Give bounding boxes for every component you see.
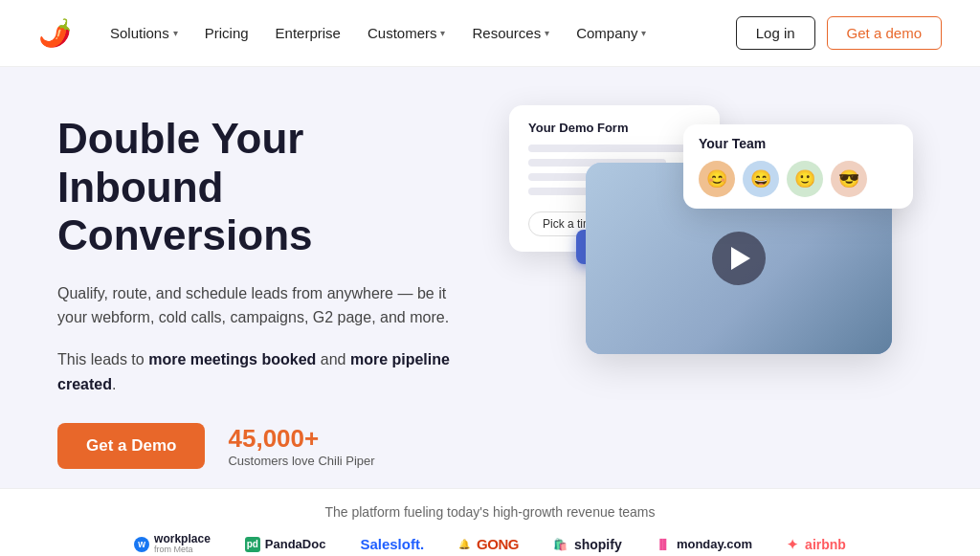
customers-count: 45,000+ Customers love Chili Piper [228,424,374,468]
count-label: Customers love Chili Piper [228,454,374,468]
nav-customers[interactable]: Customers ▾ [368,25,446,41]
play-button[interactable] [712,232,766,285]
bottom-bar: The platform fueling today's high-growth… [0,488,980,556]
chevron-down-icon: ▾ [440,28,445,38]
logo-workplace: w workplace from Meta [134,533,211,555]
avatar: 🙂 [787,161,823,197]
team-avatars: 😊 😄 🙂 😎 [699,161,898,197]
nav-links: Solutions ▾ Pricing Enterprise Customers… [110,25,736,41]
nav-company[interactable]: Company ▾ [576,25,646,41]
team-card-title: Your Team [699,136,898,151]
hero-left: Double YourInbound Conversions Qualify, … [57,105,471,469]
hero-cta: Get a Demo 45,000+ Customers love Chili … [57,423,471,469]
logo-gong: 🔔 GONG [458,536,519,552]
logo[interactable]: 🌶️ [38,17,72,49]
hero-title: Double YourInbound Conversions [57,115,471,260]
nav-enterprise[interactable]: Enterprise [276,25,341,41]
chevron-down-icon: ▾ [641,28,646,38]
demo-field [528,145,701,152]
avatar: 😄 [743,161,779,197]
shopify-icon: 🛍️ [553,538,568,551]
logos-row: w workplace from Meta pd PandaDoc Salesl… [57,533,923,555]
nav-resources[interactable]: Resources ▾ [472,25,549,41]
logo-pandadoc: pd PandaDoc [245,537,326,552]
logo-icon: 🌶️ [38,17,72,49]
hero-description: Qualify, route, and schedule leads from … [57,281,471,330]
airbnb-icon: ✦ [787,537,798,552]
pandadoc-icon: pd [245,537,260,552]
logo-airbnb: ✦ airbnb [787,537,846,552]
hero-description2: This leads to more meetings booked and m… [57,347,471,396]
get-demo-button[interactable]: Get a Demo [57,423,205,469]
navbar: 🌶️ Solutions ▾ Pricing Enterprise Custom… [0,0,980,67]
logo-shopify: 🛍️ shopify [553,537,622,552]
logo-monday: ▐▌ monday.com [657,537,752,551]
platform-text: The platform fueling today's high-growth… [57,504,923,520]
count-number: 45,000+ [228,424,374,454]
chevron-down-icon: ▾ [173,28,178,38]
avatar: 😎 [831,161,867,197]
login-button[interactable]: Log in [736,16,815,50]
team-card: Your Team 😊 😄 🙂 😎 [683,124,913,209]
nav-actions: Log in Get a demo [736,16,942,50]
demo-form-title: Your Demo Form [528,121,701,135]
hero-right: Your Demo Form Pick a time Jun 24 [509,105,923,392]
gong-icon: 🔔 [458,539,470,549]
logo-salesloft: Salesloft. [360,536,424,552]
workplace-icon: w [134,537,149,552]
chevron-down-icon: ▾ [545,28,549,38]
nav-pricing[interactable]: Pricing [205,25,249,41]
avatar: 😊 [699,161,735,197]
nav-solutions[interactable]: Solutions ▾ [110,25,178,41]
play-icon [731,247,750,270]
get-demo-nav-button[interactable]: Get a demo [827,16,942,50]
hero-section: Double YourInbound Conversions Qualify, … [0,67,980,488]
